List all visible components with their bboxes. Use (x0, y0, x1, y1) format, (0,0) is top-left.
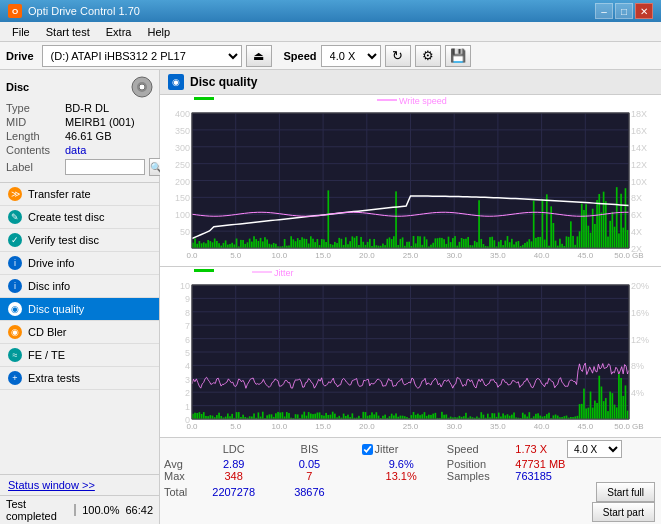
nav-list: ≫ Transfer rate ✎ Create test disc ✓ Ver… (0, 183, 159, 390)
max-ldc: 348 (194, 470, 273, 482)
save-button[interactable]: 💾 (445, 45, 471, 67)
cd-bler-icon: ◉ (8, 325, 22, 339)
total-ldc: 2207278 (194, 482, 273, 502)
speed-label: Speed (284, 50, 317, 62)
fe-te-icon: ≈ (8, 348, 22, 362)
nav-drive-info-label: Drive info (28, 257, 74, 269)
settings-button[interactable]: ⚙ (415, 45, 441, 67)
disc-panel-title: Disc (6, 81, 29, 93)
avg-jitter: 9.6% (362, 458, 441, 470)
maximize-button[interactable]: □ (615, 3, 633, 19)
nav-drive-info[interactable]: i Drive info (0, 252, 159, 275)
drive-label: Drive (6, 50, 34, 62)
max-bis: 7 (273, 470, 345, 482)
samples-val: 763185 (511, 470, 657, 482)
type-key: Type (6, 102, 61, 114)
speed-header-val: 1.73 X (511, 440, 563, 458)
speed-header-label: Speed (441, 440, 511, 458)
nav-create-test-disc[interactable]: ✎ Create test disc (0, 206, 159, 229)
create-test-disc-icon: ✎ (8, 210, 22, 224)
disc-info-icon: i (8, 279, 22, 293)
progress-percent: 100.0% (82, 504, 119, 516)
status-window-label: Status window >> (8, 479, 95, 491)
close-button[interactable]: ✕ (635, 3, 653, 19)
sidebar: Disc Type BD-R DL MID MEIRB1 (001) Leng (0, 70, 160, 524)
menu-file[interactable]: File (4, 24, 38, 40)
nav-transfer-rate-label: Transfer rate (28, 188, 91, 200)
label-input[interactable] (65, 159, 145, 175)
menu-help[interactable]: Help (139, 24, 178, 40)
total-label: Total (164, 482, 194, 502)
max-jitter: 13.1% (362, 470, 441, 482)
avg-ldc: 2.89 (194, 458, 273, 470)
right-panel: ◉ Disc quality (160, 70, 661, 524)
bis-col-header: BIS (273, 440, 345, 458)
length-key: Length (6, 130, 61, 142)
charts-area (160, 95, 661, 437)
status-window-button[interactable]: Status window >> (0, 474, 159, 495)
position-val: 47731 MB (511, 458, 657, 470)
nav-extra-tests-label: Extra tests (28, 372, 80, 384)
menu-bar: File Start test Extra Help (0, 22, 661, 42)
speed-select[interactable]: 4.0 X (321, 45, 381, 67)
nav-extra-tests[interactable]: + Extra tests (0, 367, 159, 390)
disc-quality-icon: ◉ (8, 302, 22, 316)
nav-transfer-rate[interactable]: ≫ Transfer rate (0, 183, 159, 206)
nav-cd-bler[interactable]: ◉ CD Bler (0, 321, 159, 344)
svg-point-1 (139, 84, 145, 90)
contents-value: data (65, 144, 86, 156)
nav-disc-info-label: Disc info (28, 280, 70, 292)
status-time: 66:42 (125, 504, 153, 516)
nav-fe-te-label: FE / TE (28, 349, 65, 361)
ldc-chart (160, 95, 661, 266)
menu-start-test[interactable]: Start test (38, 24, 98, 40)
title-bar: O Opti Drive Control 1.70 – □ ✕ (0, 0, 661, 22)
nav-disc-quality[interactable]: ◉ Disc quality (0, 298, 159, 321)
minimize-button[interactable]: – (595, 3, 613, 19)
panel-title: Disc quality (190, 75, 257, 89)
nav-create-test-disc-label: Create test disc (28, 211, 104, 223)
start-part-button[interactable]: Start part (592, 502, 655, 522)
jitter-checkbox[interactable] (362, 444, 373, 455)
progress-bar-container (74, 504, 76, 516)
position-label: Position (441, 458, 511, 470)
app-icon: O (8, 4, 22, 18)
length-value: 46.61 GB (65, 130, 111, 142)
quality-speed-select[interactable]: 4.0 X (567, 440, 622, 458)
transfer-rate-icon: ≫ (8, 187, 22, 201)
jitter-label: Jitter (375, 443, 399, 455)
drive-select[interactable]: (D:) ATAPI iHBS312 2 PL17 (42, 45, 242, 67)
max-label: Max (164, 470, 194, 482)
nav-disc-quality-label: Disc quality (28, 303, 84, 315)
label-key: Label (6, 161, 61, 173)
menu-extra[interactable]: Extra (98, 24, 140, 40)
extra-tests-icon: + (8, 371, 22, 385)
main-content: Disc Type BD-R DL MID MEIRB1 (001) Leng (0, 70, 661, 524)
avg-label: Avg (164, 458, 194, 470)
mid-key: MID (6, 116, 61, 128)
ldc-col-header: LDC (194, 440, 273, 458)
nav-fe-te[interactable]: ≈ FE / TE (0, 344, 159, 367)
avg-bis: 0.05 (273, 458, 345, 470)
samples-label: Samples (441, 470, 511, 482)
verify-test-disc-icon: ✓ (8, 233, 22, 247)
nav-verify-test-disc[interactable]: ✓ Verify test disc (0, 229, 159, 252)
app-title: Opti Drive Control 1.70 (28, 5, 140, 17)
total-bis: 38676 (273, 482, 345, 502)
disc-info-panel: Disc Type BD-R DL MID MEIRB1 (001) Leng (0, 70, 159, 183)
refresh-button[interactable]: ↻ (385, 45, 411, 67)
nav-verify-test-disc-label: Verify test disc (28, 234, 99, 246)
window-controls: – □ ✕ (595, 3, 653, 19)
nav-disc-info[interactable]: i Disc info (0, 275, 159, 298)
nav-cd-bler-label: CD Bler (28, 326, 67, 338)
panel-header: ◉ Disc quality (160, 70, 661, 95)
jitter-col-header: Jitter (362, 440, 441, 458)
drive-info-icon: i (8, 256, 22, 270)
start-full-button[interactable]: Start full (596, 482, 655, 502)
drive-toolbar: Drive (D:) ATAPI iHBS312 2 PL17 ⏏ Speed … (0, 42, 661, 70)
contents-key: Contents (6, 144, 61, 156)
status-text: Test completed (6, 498, 68, 522)
eject-button[interactable]: ⏏ (246, 45, 272, 67)
status-bar: Test completed 100.0% 66:42 (0, 495, 159, 524)
bis-jitter-chart (160, 267, 661, 437)
